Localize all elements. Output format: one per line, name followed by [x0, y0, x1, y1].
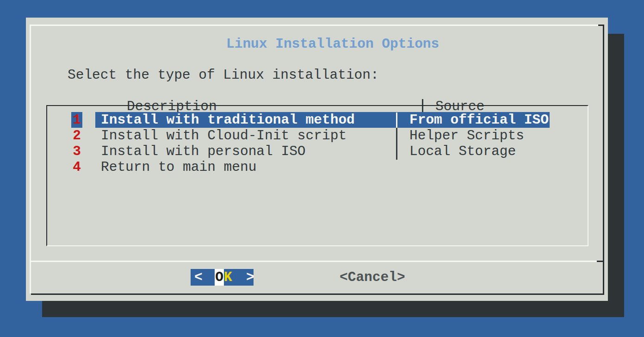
- menu-item-tag: 3: [71, 144, 82, 159]
- ok-button-angle-left: <: [194, 269, 203, 286]
- menu-item-tag: 1: [71, 112, 82, 128]
- ok-button-hotkey: K: [224, 269, 232, 286]
- list-separator-line-selected: [396, 112, 397, 128]
- menu-item-description: Install with Cloud-Init script: [101, 128, 347, 144]
- menu-item-tag: 2: [71, 128, 82, 144]
- dialog-border-right: [603, 25, 604, 295]
- menu-item-description: Install with traditional method: [101, 112, 355, 128]
- dialog-title: Linux Installation Options: [218, 36, 447, 52]
- button-area-separator: [31, 261, 597, 262]
- list-separator-line: [396, 128, 397, 160]
- menu-item-description: Return to main menu: [101, 159, 256, 175]
- ok-button-angle-right: >: [246, 269, 254, 286]
- cancel-button[interactable]: <Cancel>: [340, 269, 405, 286]
- menu-item-source: Local Storage: [409, 144, 516, 159]
- ok-button-cursor-block: O: [215, 269, 224, 286]
- dialog-border-top: [30, 25, 598, 26]
- menu-item-tag: 4: [71, 159, 82, 175]
- dialog-border-left: [30, 25, 31, 293]
- menu-item-source: From official ISO: [409, 112, 549, 128]
- menu-item-source: Helper Scripts: [409, 128, 524, 144]
- terminal-screen: { "colors": { "terminal_bg": "#33639e", …: [0, 0, 644, 337]
- dialog-border-bottom: [31, 293, 604, 295]
- button-area-separator-right-tip: [597, 261, 603, 262]
- menu-item-description: Install with personal ISO: [101, 144, 306, 159]
- ok-button[interactable]: < O K >: [191, 269, 254, 286]
- prompt-text: Select the type of Linux installation:: [68, 67, 379, 83]
